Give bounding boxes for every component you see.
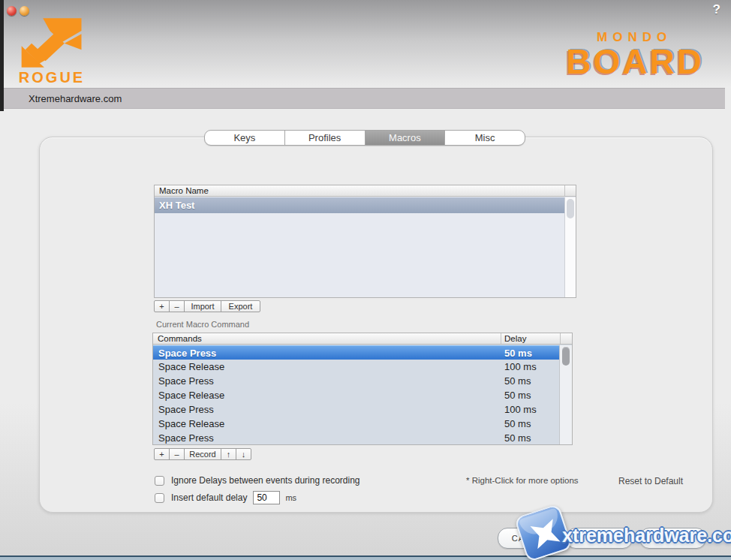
ignore-delays-checkbox[interactable] — [155, 476, 164, 486]
tab-bar: Keys Profiles Macros Misc — [204, 130, 525, 146]
delay-cell: 50 ms — [504, 432, 531, 444]
command-row[interactable]: Space Press 50 ms — [153, 431, 572, 445]
column-divider — [560, 333, 561, 344]
commands-scrollbar-thumb[interactable] — [562, 347, 570, 366]
screen-edge — [0, 0, 4, 111]
board-wordmark: BOARD — [566, 45, 704, 78]
macro-export-button[interactable]: Export — [221, 300, 260, 312]
xtremehardware-watermark: xtremehardware.com — [562, 525, 731, 546]
command-row[interactable]: Space Press 100 ms — [153, 402, 572, 417]
delay-unit-label: ms — [285, 493, 296, 502]
macro-import-button[interactable]: Import — [184, 300, 221, 312]
command-row[interactable]: Space Press 50 ms — [153, 374, 572, 388]
macro-remove-button[interactable]: – — [169, 300, 185, 312]
insert-delay-label: Insert default delay — [171, 492, 247, 503]
macro-add-button[interactable]: + — [154, 300, 170, 312]
command-row[interactable]: Space Press 50 ms — [153, 345, 572, 360]
help-icon[interactable]: ? — [713, 2, 720, 17]
command-cell: Space Release — [158, 390, 224, 401]
ignore-delays-option: Ignore Delays between events during reco… — [155, 475, 359, 486]
record-button[interactable]: Record — [184, 448, 221, 460]
macro-list-toolbar: + – Import Export — [154, 300, 260, 312]
current-macro-command-label: Current Macro Command — [156, 320, 249, 329]
delay-cell: 50 ms — [504, 390, 531, 401]
commands-table: Commands Delay Space Press 50 ms Space R… — [152, 333, 573, 445]
delay-cell: 50 ms — [504, 348, 532, 359]
command-row[interactable]: Space Release 50 ms — [153, 388, 572, 402]
macro-scrollbar-thumb[interactable] — [567, 199, 574, 218]
minimize-window-button[interactable] — [20, 6, 29, 16]
commands-table-header: Commands Delay — [153, 333, 572, 345]
command-row[interactable]: Space Release 100 ms — [153, 360, 572, 374]
delay-cell: 50 ms — [504, 418, 531, 429]
commands-scrollbar[interactable] — [559, 345, 572, 444]
macro-name-table: Macro Name XH Test — [154, 185, 576, 298]
tab-misc[interactable]: Misc — [445, 131, 525, 145]
command-cell: Space Release — [158, 361, 224, 372]
rogue-logo: ROGUE — [18, 18, 86, 86]
rogue-arrow-icon — [20, 18, 83, 68]
right-click-hint: * Right-Click for more options — [466, 476, 579, 485]
macro-scrollbar[interactable] — [564, 197, 576, 297]
macro-name-header-label: Macro Name — [155, 186, 564, 195]
command-toolbar: + – Record ↑ ↓ — [154, 448, 251, 460]
move-down-button[interactable]: ↓ — [236, 448, 251, 460]
reset-to-default-button[interactable]: Reset to Default — [618, 476, 683, 486]
command-cell: Space Press — [158, 432, 214, 444]
command-cell: Space Press — [158, 348, 216, 359]
rogue-wordmark: ROGUE — [18, 69, 86, 86]
app-window: ? ROGUE MONDO BOARD Xtremehardware.com — [0, 0, 731, 560]
insert-delay-option: Insert default delay ms — [155, 491, 296, 504]
macro-name-header: Macro Name — [155, 185, 576, 197]
site-banner-text: Xtremehardware.com — [29, 93, 122, 104]
command-add-button[interactable]: + — [154, 448, 170, 460]
command-cell: Space Press — [158, 375, 214, 387]
delay-cell: 100 ms — [504, 361, 537, 372]
tab-macros[interactable]: Macros — [366, 131, 446, 145]
screen-bottom-edge — [0, 555, 731, 560]
tab-keys[interactable]: Keys — [205, 131, 285, 145]
insert-delay-checkbox[interactable] — [155, 493, 164, 503]
macro-scrollbar-header — [564, 185, 576, 196]
header: ? ROGUE MONDO BOARD — [0, 0, 731, 88]
ignore-delays-label: Ignore Delays between events during reco… — [171, 475, 359, 486]
site-banner: Xtremehardware.com — [4, 88, 725, 109]
commands-table-body: Space Press 50 ms Space Release 100 ms S… — [153, 345, 572, 444]
move-up-button[interactable]: ↑ — [221, 448, 236, 460]
delay-column-header: Delay — [504, 334, 526, 343]
tab-profiles[interactable]: Profiles — [285, 131, 366, 145]
column-divider — [501, 333, 501, 344]
mondo-board-logo: MONDO BOARD — [566, 30, 704, 78]
delay-cell: 50 ms — [504, 375, 531, 387]
delay-cell: 100 ms — [504, 404, 537, 415]
command-cell: Space Press — [158, 404, 214, 415]
commands-column-header: Commands — [158, 334, 202, 343]
close-window-button[interactable] — [7, 6, 17, 16]
default-delay-input[interactable] — [253, 491, 280, 504]
command-row[interactable]: Space Release 50 ms — [153, 417, 572, 431]
macro-row-selected[interactable]: XH Test — [155, 197, 565, 213]
command-remove-button[interactable]: – — [169, 448, 185, 460]
command-cell: Space Release — [158, 418, 224, 429]
